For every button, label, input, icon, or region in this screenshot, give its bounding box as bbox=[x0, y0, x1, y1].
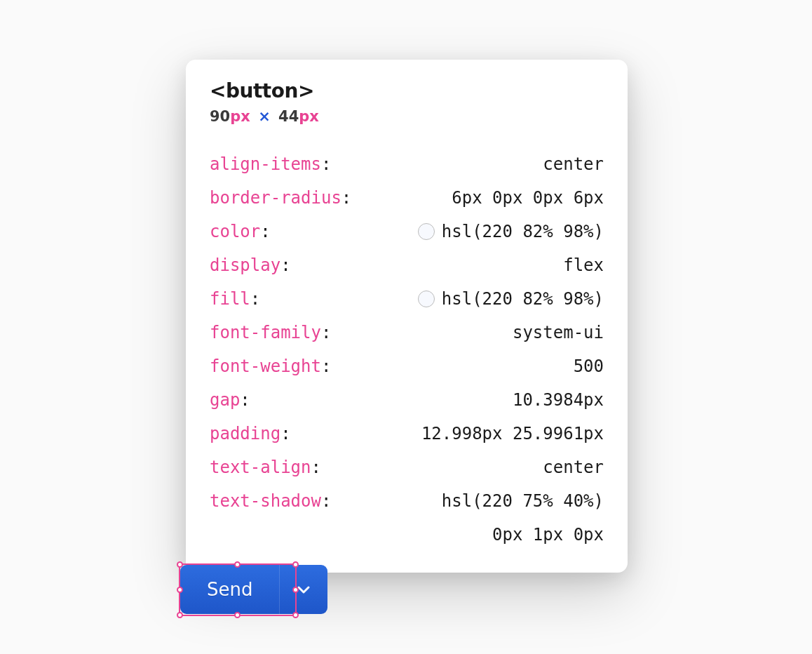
css-property-name: gap bbox=[210, 383, 250, 417]
css-property-name: fill bbox=[210, 282, 260, 316]
css-property-name: text-align bbox=[210, 451, 321, 484]
css-property-value: center bbox=[543, 451, 604, 484]
css-property-value: hsl(220 82% 98%) bbox=[418, 215, 604, 248]
css-property-name: font-family bbox=[210, 316, 331, 349]
css-property-value: 12.998px 25.9961px bbox=[421, 417, 604, 451]
css-property-name: text-shadow bbox=[210, 484, 331, 518]
css-property-row: color hsl(220 82% 98%) bbox=[210, 215, 604, 248]
dimension-width: 90 bbox=[210, 108, 230, 125]
css-property-row: align-items center bbox=[210, 147, 604, 181]
css-property-name: font-weight bbox=[210, 349, 331, 383]
dimension-separator: × bbox=[258, 108, 271, 125]
css-property-value: system-ui bbox=[513, 316, 604, 349]
css-inspector-tooltip: <button> 90px × 44px align-items center … bbox=[186, 60, 628, 573]
css-property-row: text-align center bbox=[210, 451, 604, 484]
dimension-height: 44 bbox=[278, 108, 299, 125]
css-property-row: gap 10.3984px bbox=[210, 383, 604, 417]
css-property-row: font-family system-ui bbox=[210, 316, 604, 349]
color-swatch-icon bbox=[418, 223, 435, 240]
chevron-down-icon bbox=[297, 585, 311, 594]
element-tag-label: <button> bbox=[210, 79, 604, 102]
css-property-name: display bbox=[210, 248, 291, 282]
css-property-name: align-items bbox=[210, 147, 331, 181]
css-property-value: flex bbox=[563, 248, 604, 282]
css-property-name: color bbox=[210, 215, 271, 248]
css-property-name: border-radius bbox=[210, 181, 351, 215]
css-properties-list: align-items center border-radius 6px 0px… bbox=[210, 147, 604, 552]
css-property-row: border-radius 6px 0px 0px 6px bbox=[210, 181, 604, 215]
css-property-value: hsl(220 82% 98%) bbox=[418, 282, 604, 316]
css-property-value-line1: hsl(220 75% 40%) bbox=[442, 484, 604, 518]
css-property-row: fill hsl(220 82% 98%) bbox=[210, 282, 604, 316]
send-button[interactable]: Send bbox=[180, 565, 279, 614]
css-property-value: 6px 0px 0px 6px bbox=[452, 181, 604, 215]
send-dropdown-button[interactable] bbox=[279, 565, 327, 614]
css-property-row: font-weight 500 bbox=[210, 349, 604, 383]
css-property-value: center bbox=[543, 147, 604, 181]
send-button-group: Send bbox=[180, 565, 327, 614]
dimension-width-unit: px bbox=[230, 108, 250, 125]
element-dimensions: 90px × 44px bbox=[210, 108, 604, 125]
css-property-value: 500 bbox=[574, 349, 604, 383]
color-swatch-icon bbox=[418, 291, 435, 307]
css-property-row: text-shadow hsl(220 75% 40%) 0px 1px 0px bbox=[210, 484, 604, 552]
css-property-value: 10.3984px bbox=[513, 383, 604, 417]
css-property-value-text: hsl(220 82% 98%) bbox=[442, 282, 604, 316]
css-property-name: padding bbox=[210, 417, 291, 451]
css-property-value: hsl(220 75% 40%) 0px 1px 0px bbox=[442, 484, 604, 552]
css-property-value-text: hsl(220 82% 98%) bbox=[442, 215, 604, 248]
dimension-height-unit: px bbox=[299, 108, 319, 125]
css-property-row: display flex bbox=[210, 248, 604, 282]
css-property-value-line2: 0px 1px 0px bbox=[492, 518, 604, 552]
css-property-row: padding 12.998px 25.9961px bbox=[210, 417, 604, 451]
